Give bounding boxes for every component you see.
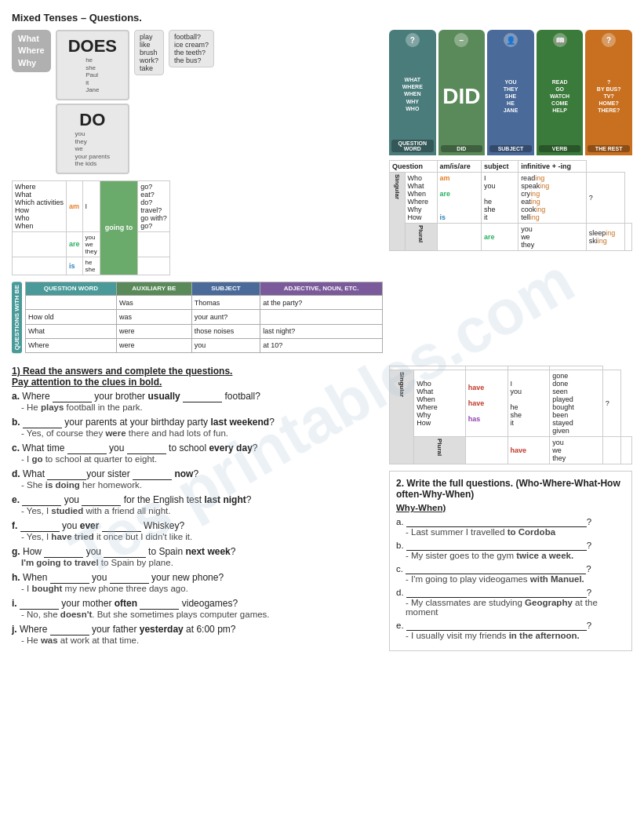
verb-box-2: football?ice cream?the teeth?the bus? [169, 30, 214, 67]
present-perfect-table: Singular WhoWhatWhenWhereWhyHow have hav… [389, 366, 632, 464]
exercise-b: b. your parents at your birthday party l… [12, 417, 380, 438]
page-title: Mixed Tenses – Questions. [12, 12, 632, 24]
write-e: e. ? - I usually visit my friends in the… [396, 621, 625, 640]
card-did: − DID DID [438, 30, 486, 155]
card-verb: 📖 READGOWATCHCOMEHELP VERB [537, 30, 584, 155]
write-a: a. ? - Last summer I travelled to Cordob… [396, 517, 625, 537]
exercise-e: e. you for the English test last night? … [12, 494, 380, 515]
write-b: b. ? - My sister goes to the gym twice a… [396, 541, 625, 560]
question-cards: ? WHATWHEREWHENWHYWHO QUESTION WORD − DI… [389, 30, 632, 358]
exercise-c: c. What time you to school every day? - … [12, 442, 380, 464]
exercise-a: a. Where your brother usually football? … [12, 391, 380, 412]
exercise-j: j. Where your father yesterday at 6:00 p… [12, 624, 380, 645]
right-tables: Singular WhoWhatWhenWhereWhyHow have hav… [389, 366, 632, 651]
does-box: DOES heshePaulitJane [56, 30, 129, 100]
exercise-h: h. When you your new phone? - I bought m… [12, 572, 380, 593]
card-subject: 👤 YOUTHEYSHEHEJANE SUBJECT [487, 30, 534, 155]
section1-header: 1) Read the answers and complete the que… [12, 366, 380, 388]
write-section: 2. Write the full questions. (Who-Where-… [389, 471, 632, 651]
present-continuous-table: Question am/is/are subject infinitive + … [389, 160, 632, 251]
be-questions-table: QUESTIONS WITH BE QUESTION WORD AUXILIAR… [12, 282, 383, 353]
wh-going-table: WhereWhatWhich activitiesHowWhoWhen am I… [12, 180, 170, 275]
grammar-intro: WhatWhereWhy DOES heshePaulitJane DO you… [12, 30, 383, 358]
write-d: d. ? - My classmates are studying Geogra… [396, 588, 625, 617]
card-rest: ? ?BY BUS?TV?HOME?THERE? THE REST [585, 30, 632, 155]
verb-box-1: playlikebrushwork?take [134, 30, 164, 75]
wh-box: WhatWhereWhy [12, 30, 51, 72]
exercise-i: i. your mother often videogames? - No, s… [12, 598, 380, 619]
write-sub: Why-When) [396, 503, 625, 512]
exercise-f: f. you ever Whiskey? - Yes, I have tried… [12, 520, 380, 541]
write-c: c. ? - I'm going to play videogames with… [396, 564, 625, 584]
card-question-word: ? WHATWHEREWHENWHYWHO QUESTION WORD [389, 30, 436, 155]
left-exercises: 1) Read the answers and complete the que… [12, 366, 380, 651]
write-header: 2. Write the full questions. (Who-Where-… [396, 478, 625, 500]
do-box: DO youtheyweyour parentsthe kids [56, 104, 129, 174]
exercise-d: d. What your sister now? - She is doing … [12, 468, 380, 490]
exercise-g: g. How you to Spain next week? I'm going… [12, 546, 380, 567]
main-content: 1) Read the answers and complete the que… [12, 366, 632, 651]
